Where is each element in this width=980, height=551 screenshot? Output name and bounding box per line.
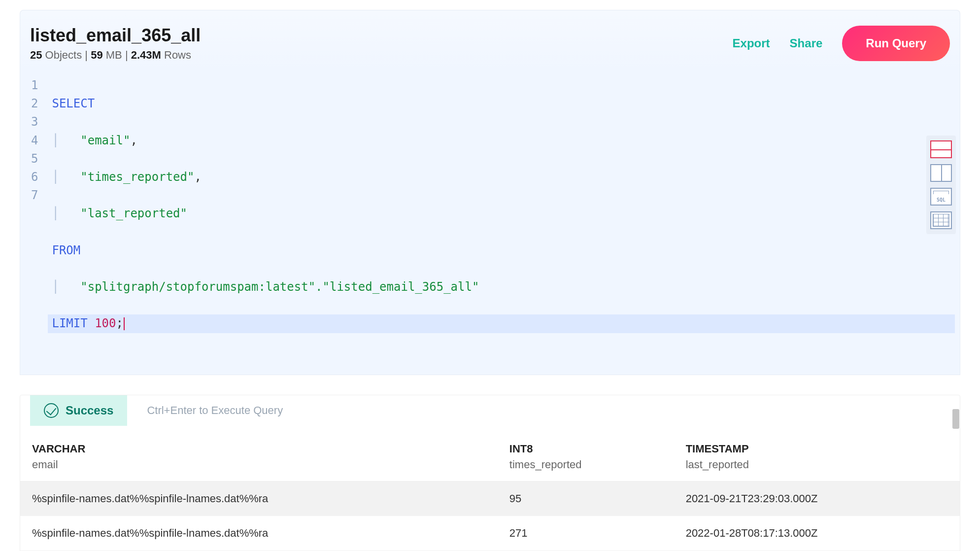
rows-label: Rows: [164, 49, 191, 61]
limit-value: 100: [95, 316, 116, 330]
sql-icon-label: SQL: [937, 196, 946, 204]
col-email: "email": [80, 134, 130, 147]
scroll-thumb[interactable]: [952, 409, 959, 429]
status-badge: Success: [30, 395, 127, 426]
export-button[interactable]: Export: [733, 36, 770, 50]
status-row: Success Ctrl+Enter to Execute Query: [20, 395, 960, 426]
objects-label: Objects: [45, 49, 82, 61]
header-left: listed_email_365_all 25 Objects | 59 MB …: [30, 25, 201, 62]
table-subtitle: 25 Objects | 59 MB | 2.43M Rows: [30, 49, 201, 62]
layout-horizontal-split-icon[interactable]: [930, 140, 952, 158]
col-last-reported: "last_reported": [80, 207, 187, 220]
cell-last-reported: 2021-09-21T23:29:03.000Z: [674, 482, 960, 517]
col-name: email: [20, 457, 498, 482]
col-name: times_reported: [498, 457, 674, 482]
size-value: 59: [91, 49, 102, 61]
objects-count: 25: [30, 49, 42, 61]
semicolon: ;: [116, 316, 123, 330]
line-number: 7: [31, 186, 38, 205]
run-query-button[interactable]: Run Query: [842, 26, 950, 61]
col-times-reported: "times_reported": [80, 170, 194, 184]
cell-email: %spinfile-names.dat%%spinfile-lnames.dat…: [20, 516, 498, 551]
cell-last-reported: 2022-01-28T08:17:13.000Z: [674, 516, 960, 551]
table-only-icon[interactable]: [930, 211, 952, 229]
execute-hint: Ctrl+Enter to Execute Query: [147, 404, 283, 417]
table-row[interactable]: %spinfile-names.dat%%spinfile-lnames.dat…: [20, 516, 960, 551]
cursor-icon: [124, 317, 125, 330]
col-type: INT8: [498, 436, 674, 457]
layout-vertical-split-icon[interactable]: [930, 164, 952, 182]
rows-count: 2.43M: [131, 49, 161, 61]
line-gutter: 1 2 3 4 5 6 7: [20, 71, 46, 375]
indent-guide: │: [52, 134, 80, 147]
share-button[interactable]: Share: [790, 36, 823, 50]
status-text: Success: [66, 404, 113, 417]
code-content[interactable]: SELECT │ "email", │ "times_reported", │ …: [46, 71, 960, 375]
cell-times-reported: 271: [498, 516, 674, 551]
kw-from: FROM: [52, 243, 80, 257]
col-type: VARCHAR: [20, 436, 498, 457]
cell-times-reported: 95: [498, 482, 674, 517]
line-number: 3: [31, 113, 38, 131]
line-number: 1: [31, 76, 38, 95]
col-name: last_reported: [674, 457, 960, 482]
line-number: 4: [31, 132, 38, 150]
header: listed_email_365_all 25 Objects | 59 MB …: [20, 10, 960, 71]
sql-only-icon[interactable]: SQL: [930, 188, 952, 206]
indent-guide: │: [52, 207, 80, 220]
indent-guide: │: [52, 280, 80, 294]
size-unit: MB: [106, 49, 122, 61]
check-circle-icon: [44, 403, 59, 418]
table-ref: "splitgraph/stopforumspam:latest"."liste…: [80, 280, 479, 294]
sql-editor[interactable]: 1 2 3 4 5 6 7 SELECT │ "email", │ "times…: [20, 71, 960, 375]
kw-select: SELECT: [52, 97, 95, 110]
view-mode-toolbar: SQL: [926, 136, 956, 234]
header-right: Export Share Run Query: [733, 26, 950, 61]
table-title: listed_email_365_all: [30, 25, 201, 46]
kw-limit: LIMIT: [52, 316, 87, 330]
divider: |: [85, 49, 91, 61]
table-row[interactable]: %spinfile-names.dat%%spinfile-lnames.dat…: [20, 482, 960, 517]
cell-email: %spinfile-names.dat%%spinfile-lnames.dat…: [20, 482, 498, 517]
results-panel: Success Ctrl+Enter to Execute Query VARC…: [20, 395, 960, 551]
line-number: 6: [31, 168, 38, 186]
results-table: VARCHAR INT8 TIMESTAMP email times_repor…: [20, 436, 960, 551]
indent-guide: │: [52, 170, 80, 184]
scrollbar[interactable]: [952, 409, 959, 527]
line-number: 5: [31, 150, 38, 168]
col-type: TIMESTAMP: [674, 436, 960, 457]
divider: |: [125, 49, 131, 61]
line-number: 2: [31, 95, 38, 113]
